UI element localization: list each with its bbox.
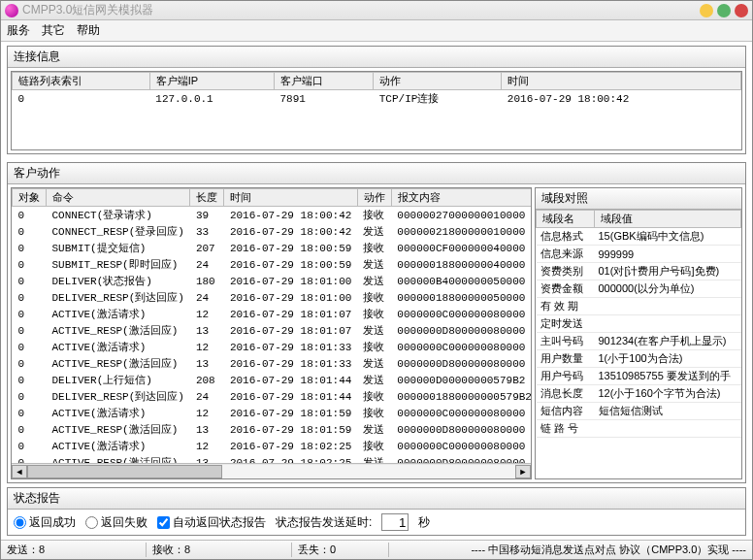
checkbox-auto[interactable]: 自动返回状态报告 (157, 514, 266, 531)
status-header: 状态报告 (8, 488, 745, 510)
h-scrollbar[interactable]: ◄ ► (12, 463, 531, 478)
action-log: 对象命令长度时间动作报文内容 0CONNECT(登录请求)392016-07-2… (11, 187, 532, 479)
table-row[interactable]: 0ACTIVE(激活请求)122016-07-29 18:01:07接收0000… (13, 306, 532, 322)
col-header[interactable]: 动作 (357, 189, 391, 207)
table-row[interactable]: 主叫号码901234(在客户手机上显示) (537, 333, 741, 350)
footer-tail: ---- 中国移动短消息发送点对点 协议（CMPP3.0）实现 ---- (389, 543, 752, 557)
col-header[interactable]: 对象 (13, 189, 47, 207)
table-row[interactable]: 消息长度12(小于160个字节为合法) (537, 385, 741, 403)
radio-fail-input[interactable] (85, 516, 98, 529)
table-row[interactable]: 信息格式15(GBK编码中文信息) (537, 228, 741, 246)
table-row[interactable]: 0ACTIVE_RESP(激活回应)132016-07-29 18:01:33发… (13, 355, 532, 372)
table-row[interactable]: 0DELIVER_RESP(到达回应)242016-07-29 18:01:44… (13, 388, 532, 405)
delay-unit: 秒 (418, 514, 430, 531)
footer-send: 发送：8 (1, 543, 147, 557)
table-row[interactable]: 0SUBMIT_RESP(即时回应)242016-07-29 18:00:59发… (13, 256, 532, 273)
minimize-button[interactable] (700, 4, 713, 17)
table-row[interactable]: 0ACTIVE_RESP(激活回应)132016-07-29 18:02:25发… (13, 454, 532, 463)
app-icon (5, 4, 18, 17)
footer-recv: 接收：8 (147, 543, 292, 557)
menubar: 服务 其它 帮助 (1, 20, 752, 42)
titlebar[interactable]: CMPP3.0短信网关模拟器 (1, 1, 752, 20)
footer-lost: 丢失：0 (292, 543, 389, 557)
status-panel: 状态报告 返回成功 返回失败 自动返回状态报告 状态报告发送延时: 秒 (7, 487, 746, 536)
connection-table-wrap[interactable]: 链路列表索引客户端IP客户端口动作时间 0127.0.0.17891TCP/IP… (11, 71, 742, 150)
radio-success-input[interactable] (14, 516, 26, 529)
action-panel: 客户动作 对象命令长度时间动作报文内容 0CONNECT(登录请求)392016… (7, 162, 746, 483)
col-header[interactable]: 时间 (502, 73, 741, 90)
scroll-right-icon[interactable]: ► (515, 465, 531, 478)
col-header[interactable]: 动作 (374, 73, 502, 90)
delay-label: 状态报告发送延时: (276, 514, 372, 531)
col-header[interactable]: 报文内容 (391, 189, 531, 207)
col-header[interactable]: 客户端IP (149, 73, 274, 90)
table-row[interactable]: 资费类别01(对[计费用户号码]免费) (537, 263, 741, 280)
table-row[interactable]: 0CONNECT_RESP(登录回应)332016-07-29 18:00:42… (13, 223, 532, 240)
table-row[interactable]: 用户号码13510985755 要发送到的手 (537, 368, 741, 385)
table-row[interactable]: 0SUBMIT(提交短信)2072016-07-29 18:00:59接收000… (13, 240, 532, 256)
checkbox-auto-input[interactable] (157, 516, 170, 529)
table-row[interactable]: 定时发送 (537, 315, 741, 333)
table-row[interactable]: 0DELIVER_RESP(到达回应)242016-07-29 18:01:00… (13, 289, 532, 306)
col-header[interactable]: 命令 (47, 189, 190, 207)
window-title: CMPP3.0短信网关模拟器 (22, 2, 696, 18)
col-header[interactable]: 域段名 (537, 211, 595, 228)
table-row[interactable]: 信息来源999999 (537, 246, 741, 263)
col-header[interactable]: 域段值 (595, 211, 741, 228)
col-header[interactable]: 时间 (224, 189, 357, 207)
field-panel: 域段对照 域段名域段值 信息格式15(GBK编码中文信息)信息来源999999资… (535, 187, 742, 479)
close-button[interactable] (735, 4, 748, 17)
statusbar: 发送：8 接收：8 丢失：0 ---- 中国移动短消息发送点对点 协议（CMPP… (1, 540, 752, 559)
field-header: 域段对照 (536, 188, 741, 210)
radio-fail[interactable]: 返回失败 (85, 514, 147, 531)
app-window: CMPP3.0短信网关模拟器 服务 其它 帮助 连接信息 链路列表索引客户端IP… (0, 0, 753, 560)
field-table-wrap[interactable]: 域段名域段值 信息格式15(GBK编码中文信息)信息来源999999资费类别01… (536, 210, 741, 478)
table-row[interactable]: 用户数量1(小于100为合法) (537, 350, 741, 368)
radio-success[interactable]: 返回成功 (14, 514, 76, 531)
scroll-thumb[interactable] (27, 465, 222, 478)
table-row[interactable]: 资费金额000000(以分为单位) (537, 280, 741, 298)
table-row[interactable]: 0CONNECT(登录请求)392016-07-29 18:00:42接收000… (13, 207, 532, 224)
action-table-wrap[interactable]: 对象命令长度时间动作报文内容 0CONNECT(登录请求)392016-07-2… (12, 188, 531, 463)
menu-other[interactable]: 其它 (42, 22, 65, 39)
connection-table: 链路列表索引客户端IP客户端口动作时间 0127.0.0.17891TCP/IP… (12, 72, 741, 107)
table-row[interactable]: 短信内容短信短信测试 (537, 403, 741, 420)
table-row[interactable]: 0ACTIVE_RESP(激活回应)132016-07-29 18:01:59发… (13, 421, 532, 438)
connection-panel: 连接信息 链路列表索引客户端IP客户端口动作时间 0127.0.0.17891T… (7, 46, 746, 154)
col-header[interactable]: 链路列表索引 (13, 73, 150, 90)
col-header[interactable]: 长度 (190, 189, 224, 207)
table-row[interactable]: 0DELIVER(上行短信)2082016-07-29 18:01:44发送00… (13, 372, 532, 388)
table-row[interactable]: 有 效 期 (537, 298, 741, 315)
field-table: 域段名域段值 信息格式15(GBK编码中文信息)信息来源999999资费类别01… (536, 210, 741, 438)
table-row[interactable]: 0ACTIVE_RESP(激活回应)132016-07-29 18:01:07发… (13, 322, 532, 339)
action-table: 对象命令长度时间动作报文内容 0CONNECT(登录请求)392016-07-2… (12, 188, 531, 463)
scroll-left-icon[interactable]: ◄ (12, 465, 27, 478)
connection-header: 连接信息 (8, 47, 745, 68)
table-row[interactable]: 0ACTIVE(激活请求)122016-07-29 18:01:33接收0000… (13, 339, 532, 355)
delay-input[interactable] (381, 513, 409, 531)
table-row[interactable]: 0ACTIVE(激活请求)122016-07-29 18:02:25接收0000… (13, 438, 532, 454)
table-row[interactable]: 0127.0.0.17891TCP/IP连接2016-07-29 18:00:4… (13, 90, 741, 108)
menu-service[interactable]: 服务 (7, 22, 30, 39)
table-row[interactable]: 0ACTIVE(激活请求)122016-07-29 18:01:59接收0000… (13, 405, 532, 421)
maximize-button[interactable] (717, 4, 731, 17)
action-header: 客户动作 (8, 163, 745, 184)
table-row[interactable]: 0DELIVER(状态报告)1802016-07-29 18:01:00发送00… (13, 273, 532, 289)
col-header[interactable]: 客户端口 (274, 73, 373, 90)
menu-help[interactable]: 帮助 (77, 22, 100, 39)
table-row[interactable]: 链 路 号 (537, 420, 741, 438)
